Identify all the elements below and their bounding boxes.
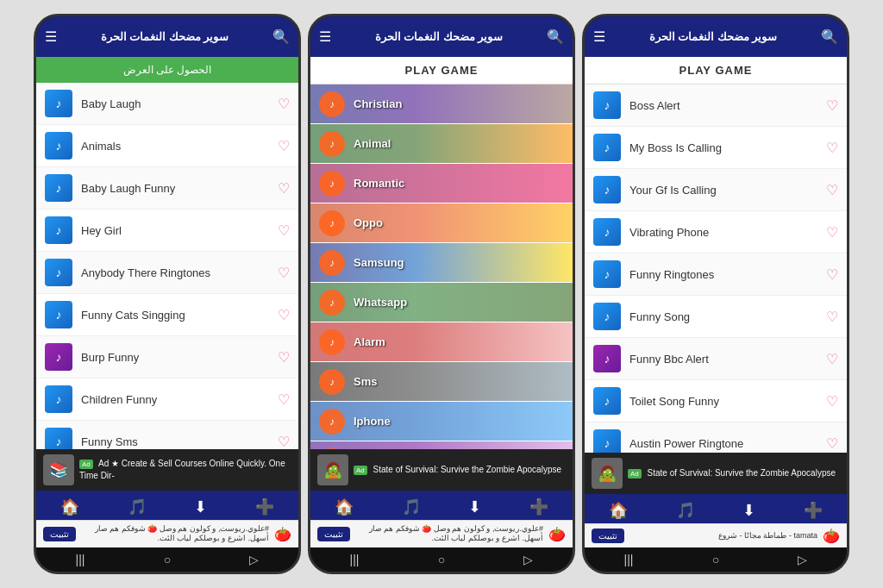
promo-banner[interactable]: الحصول على العرض xyxy=(36,57,298,83)
heart-icon[interactable]: ♡ xyxy=(278,349,290,366)
music-icon-box: ♪ xyxy=(593,303,621,330)
heart-icon[interactable]: ♡ xyxy=(826,266,838,283)
category-label: Samsung xyxy=(354,256,404,269)
home-button-2[interactable]: ○ xyxy=(438,553,445,566)
heart-icon[interactable]: ♡ xyxy=(278,222,290,239)
menu-icon[interactable]: ☰ xyxy=(45,28,57,45)
heart-icon[interactable]: ♡ xyxy=(826,224,838,241)
category-icon: ♪ xyxy=(319,369,345,395)
category-icon-symbol: ♪ xyxy=(329,98,335,110)
category-item[interactable]: ♪ Sms xyxy=(310,362,573,402)
nav-music-2[interactable]: 🎵 xyxy=(402,497,421,516)
list-item[interactable]: ♪ Hey Girl ♡ xyxy=(36,210,298,252)
back-button[interactable]: ||| xyxy=(76,553,85,566)
item-label: Toilet Song Funny xyxy=(629,395,826,408)
music-icon-box: ♪ xyxy=(45,259,72,286)
list-item[interactable]: ♪ Vibrating Phone ♡ xyxy=(585,211,847,253)
list-item[interactable]: ♪ Funny Cats Singging ♡ xyxy=(36,294,298,336)
list-item[interactable]: ♪ Boss Alert ♡ xyxy=(585,84,847,127)
recents-button-2[interactable]: ▷ xyxy=(523,553,533,566)
play-game-bar[interactable]: PLAY GAME xyxy=(310,57,573,84)
list-item[interactable]: ♪ Funny Song ♡ xyxy=(585,296,847,338)
recents-button[interactable]: ▷ xyxy=(249,553,259,566)
nav-home[interactable]: 🏠 xyxy=(60,497,79,516)
music-icon-box: ♪ xyxy=(593,91,621,119)
nav-download-2[interactable]: ⬇ xyxy=(468,497,481,516)
nav-download-3[interactable]: ⬇ xyxy=(742,501,755,520)
menu-icon-3[interactable]: ☰ xyxy=(593,28,605,45)
install-text-2: #علوي.ريوست, و كولون هم وصل 🍅 شوفكم هم ص… xyxy=(355,524,543,544)
category-bg xyxy=(310,402,573,441)
search-icon-3[interactable]: 🔍 xyxy=(821,28,838,45)
heart-icon[interactable]: ♡ xyxy=(278,138,290,154)
home-button[interactable]: ○ xyxy=(164,553,171,566)
menu-icon-2[interactable]: ☰ xyxy=(319,28,331,45)
music-icon-box: ♪ xyxy=(45,174,72,202)
music-icon-box: ♪ xyxy=(593,260,621,288)
nav-home-2[interactable]: 🏠 xyxy=(335,497,354,516)
nav-home-3[interactable]: 🏠 xyxy=(609,501,628,520)
list-item[interactable]: ♪ Funny Bbc Alert ♡ xyxy=(585,338,847,380)
list-item[interactable]: ♪ Toilet Song Funny ♡ xyxy=(585,380,847,422)
category-icon: ♪ xyxy=(319,409,345,435)
item-label: Animals xyxy=(81,140,278,153)
list-item[interactable]: ♪ Animals ♡ xyxy=(36,125,298,167)
heart-icon[interactable]: ♡ xyxy=(826,97,838,114)
home-button-3[interactable]: ○ xyxy=(712,553,719,566)
category-item[interactable]: ♪ Christian xyxy=(310,84,573,124)
nav-download[interactable]: ⬇ xyxy=(194,497,207,516)
category-item[interactable]: ♪ New Year xyxy=(310,441,573,449)
nav-music[interactable]: 🎵 xyxy=(128,497,147,516)
list-item[interactable]: ♪ Children Funny ♡ xyxy=(36,378,298,421)
music-icon-box: ♪ xyxy=(45,428,72,449)
heart-icon[interactable]: ♡ xyxy=(826,435,838,452)
category-item[interactable]: ♪ Alarm xyxy=(310,322,573,362)
list-item[interactable]: ♪ Baby Laugh Funny ♡ xyxy=(36,167,298,210)
category-item[interactable]: ♪ Romantic xyxy=(310,164,573,203)
install-button-3[interactable]: تثبيت xyxy=(592,529,624,543)
heart-icon[interactable]: ♡ xyxy=(278,180,290,197)
heart-icon[interactable]: ♡ xyxy=(826,393,838,410)
list-item[interactable]: ♪ Your Gf Is Calling ♡ xyxy=(585,169,847,211)
recents-button-3[interactable]: ▷ xyxy=(798,553,807,566)
category-item[interactable]: ♪ Samsung xyxy=(310,243,573,283)
install-button-2[interactable]: تثبيت xyxy=(317,527,350,541)
nav-add-2[interactable]: ➕ xyxy=(529,497,548,516)
category-label: Whatsapp xyxy=(354,296,407,309)
play-game-text-3: PLAY GAME xyxy=(679,64,753,77)
list-item[interactable]: ♪ Funny Ringtones ♡ xyxy=(585,253,847,296)
list-item[interactable]: ♪ Funny Sms ♡ xyxy=(36,421,298,449)
install-text-3: tamata - طماطة مجانًا - شروع xyxy=(629,531,817,541)
nav-add[interactable]: ➕ xyxy=(255,497,274,516)
heart-icon[interactable]: ♡ xyxy=(826,351,838,367)
list-item[interactable]: ♪ Baby Laugh ♡ xyxy=(36,83,298,125)
nav-music-3[interactable]: 🎵 xyxy=(676,501,695,520)
list-item[interactable]: ♪ My Boss Is Calling ♡ xyxy=(585,127,847,169)
category-item[interactable]: ♪ Oppo xyxy=(310,203,573,243)
list-item[interactable]: ♪ Burp Funny ♡ xyxy=(36,336,298,378)
music-note-icon: ♪ xyxy=(56,308,62,322)
install-button[interactable]: تثبيت xyxy=(43,527,76,541)
heart-icon[interactable]: ♡ xyxy=(278,391,290,408)
list-item[interactable]: ♪ Austin Power Ringtone ♡ xyxy=(585,422,847,453)
heart-icon[interactable]: ♡ xyxy=(278,434,290,449)
category-item[interactable]: ♪ Whatsapp xyxy=(310,283,573,322)
category-item[interactable]: ♪ Iphone xyxy=(310,402,573,441)
heart-icon[interactable]: ♡ xyxy=(826,140,838,156)
back-button-3[interactable]: ||| xyxy=(624,553,634,566)
heart-icon[interactable]: ♡ xyxy=(278,96,290,112)
nav-add-3[interactable]: ➕ xyxy=(804,501,823,520)
heart-icon[interactable]: ♡ xyxy=(278,265,290,281)
play-game-bar-3[interactable]: PLAY GAME xyxy=(585,57,847,84)
heart-icon[interactable]: ♡ xyxy=(278,307,290,323)
list-item[interactable]: ♪ Anybody There Ringtones ♡ xyxy=(36,252,298,294)
search-icon[interactable]: 🔍 xyxy=(272,28,290,45)
search-icon-2[interactable]: 🔍 xyxy=(547,28,564,45)
back-button-2[interactable]: ||| xyxy=(350,553,360,566)
music-note-icon: ♪ xyxy=(56,181,62,195)
heart-icon[interactable]: ♡ xyxy=(826,309,838,325)
heart-icon[interactable]: ♡ xyxy=(826,182,838,198)
music-icon-box: ♪ xyxy=(45,216,72,244)
category-icon-symbol: ♪ xyxy=(329,336,335,348)
category-item[interactable]: ♪ Animal xyxy=(310,124,573,164)
